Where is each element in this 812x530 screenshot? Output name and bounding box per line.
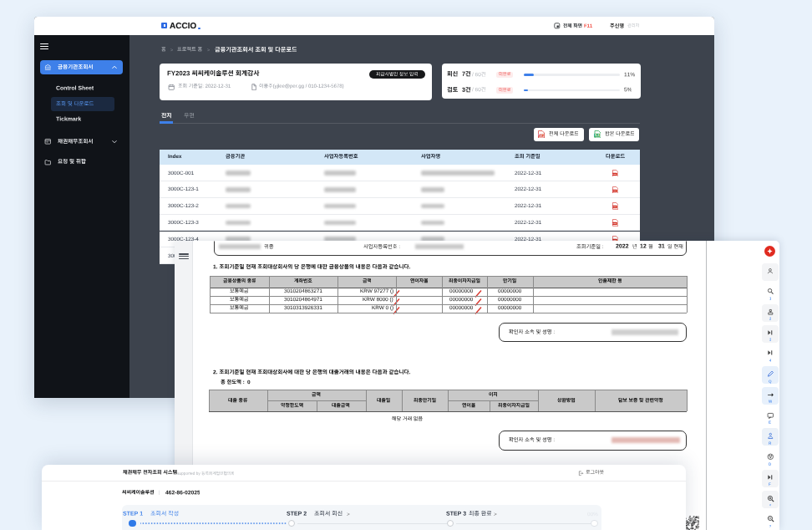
svg-text:XLS: XLS	[594, 134, 599, 137]
svg-text:PDF: PDF	[612, 206, 617, 209]
svg-text:PDF: PDF	[612, 190, 617, 192]
svg-text:PDF: PDF	[539, 134, 544, 137]
svg-text:PDF: PDF	[612, 222, 617, 225]
svg-text:PDF: PDF	[612, 173, 617, 176]
